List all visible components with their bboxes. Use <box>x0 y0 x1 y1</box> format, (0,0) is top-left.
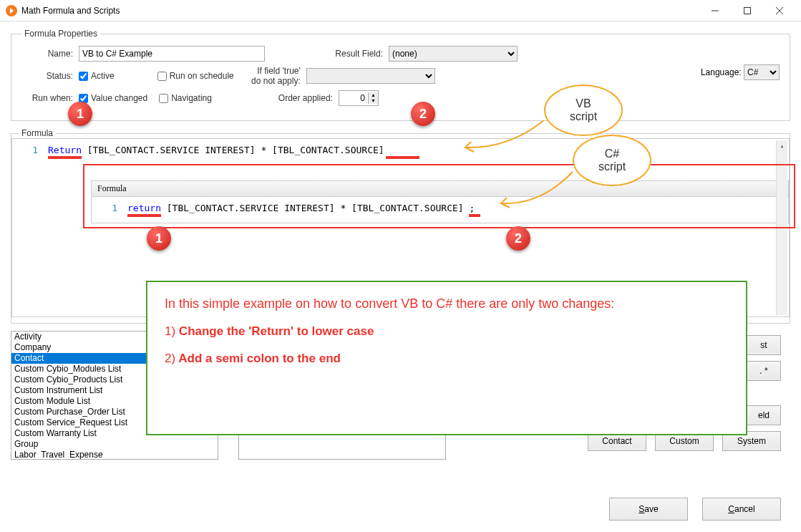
svg-rect-1 <box>744 7 750 14</box>
inner-formula-panel: Formula 1 return [TBL_CONTACT.SERVICE IN… <box>91 180 789 223</box>
value-changed-label: Value changed <box>91 93 147 103</box>
star-button[interactable]: . * <box>747 361 781 381</box>
title-bar: Math Formula and Scripts <box>0 0 801 21</box>
run-schedule-label: Run on schedule <box>170 71 234 81</box>
navigating-label: Navigating <box>171 93 212 103</box>
save-button[interactable]: Save <box>609 498 688 521</box>
badge-2-bottom: 2 <box>506 226 530 251</box>
spin-down[interactable]: ▼ <box>369 98 378 104</box>
badge-1-bottom: 1 <box>147 226 171 251</box>
name-field[interactable] <box>79 46 265 62</box>
table-list-item[interactable]: Group <box>11 439 218 450</box>
formula-properties-group: Formula Properties Name: Result Field: (… <box>11 29 790 121</box>
formula-properties-legend: Formula Properties <box>21 29 100 39</box>
explain-point-2: 2) Add a semi colon to the end <box>165 352 729 366</box>
active-label: Active <box>91 71 115 81</box>
explanation-box: In this simple example on how to convert… <box>146 281 747 435</box>
formula-scrollbar[interactable]: ▴ <box>776 140 787 315</box>
status-label: Status: <box>21 71 73 81</box>
minimize-button[interactable] <box>699 1 731 21</box>
badge-2-top: 2 <box>411 102 435 126</box>
field-button[interactable]: eld <box>747 405 781 425</box>
navigating-checkbox[interactable] <box>159 94 168 103</box>
explain-title: In this simple example on how to convert… <box>165 296 729 311</box>
runwhen-label: Run when: <box>21 93 73 103</box>
spin-up[interactable]: ▲ <box>369 92 378 98</box>
cs-code-line: return [TBL_CONTACT.SERVICE INTEREST] * … <box>127 203 480 217</box>
close-button[interactable] <box>763 1 795 21</box>
dialog-footer: Save Cancel <box>609 498 781 521</box>
formula-legend: Formula <box>19 128 56 138</box>
maximize-button[interactable] <box>731 1 763 21</box>
table-list-item[interactable]: Labor_Travel_Expense <box>11 450 218 460</box>
vb-code-line: Return [TBL_CONTACT.SERVICE INTEREST] * … <box>48 145 419 159</box>
result-field-label: Result Field: <box>265 49 383 59</box>
cancel-button[interactable]: Cancel <box>702 498 781 521</box>
line-number: 1 <box>19 145 48 159</box>
order-value[interactable] <box>339 93 368 103</box>
order-spinner[interactable]: ▲▼ <box>339 90 379 106</box>
language-label: Language: <box>701 67 742 77</box>
run-schedule-checkbox[interactable] <box>157 72 167 81</box>
order-label: Order applied: <box>223 93 333 103</box>
badge-1-top: 1 <box>68 102 92 126</box>
scroll-up-icon[interactable]: ▴ <box>777 140 787 152</box>
active-checkbox[interactable] <box>79 72 88 81</box>
if-field-label: If field 'true' do not apply: <box>246 66 301 86</box>
test-button[interactable]: st <box>747 335 781 355</box>
name-label: Name: <box>21 49 73 59</box>
inner-line-number: 1 <box>99 203 127 217</box>
result-field-select[interactable]: (none) <box>389 46 518 62</box>
language-select[interactable]: C# <box>744 64 780 80</box>
app-icon <box>6 5 17 16</box>
window-title: Math Formula and Scripts <box>21 6 699 16</box>
explain-point-1: 1) Change the 'Return' to lower case <box>165 324 729 339</box>
inner-formula-legend: Formula <box>92 181 788 197</box>
if-field-select[interactable] <box>306 68 435 84</box>
